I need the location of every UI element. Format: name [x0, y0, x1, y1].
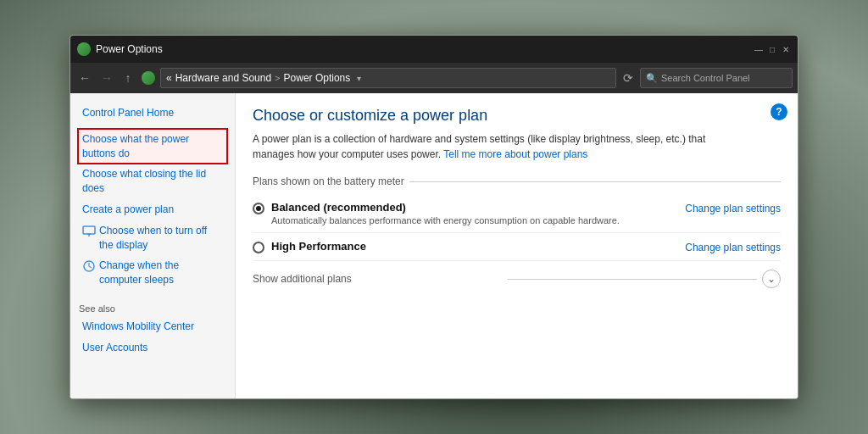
plan-balanced: Balanced (recommended) Automatically bal…	[253, 194, 781, 233]
plan-balanced-info: Balanced (recommended) Automatically bal…	[271, 201, 620, 225]
plan-high-performance-left: High Performance	[253, 240, 685, 253]
sidebar-item-mobility-center[interactable]: Windows Mobility Center	[79, 317, 226, 337]
breadcrumb-part1: Hardware and Sound	[175, 72, 271, 84]
plan-high-performance: High Performance Change plan settings	[253, 233, 781, 261]
show-additional-line	[508, 279, 758, 280]
forward-button[interactable]: →	[97, 70, 116, 86]
content-description: A power plan is a collection of hardware…	[253, 131, 710, 162]
address-icon	[142, 71, 155, 85]
close-button[interactable]: ✕	[781, 44, 791, 54]
show-additional-label: Show additional plans	[253, 273, 503, 285]
sidebar-item-choose-power-buttons[interactable]: Choose what the power buttons do	[79, 130, 226, 164]
breadcrumb-dropdown-icon[interactable]: ▾	[357, 74, 361, 83]
show-additional-plans: Show additional plans ⌄	[253, 261, 781, 297]
window-icon	[77, 42, 91, 56]
maximize-button[interactable]: □	[767, 44, 777, 54]
up-button[interactable]: ↑	[120, 70, 136, 86]
window-title: Power Options	[96, 43, 754, 55]
show-additional-chevron[interactable]: ⌄	[762, 270, 781, 288]
plans-section-label: Plans shown on the battery meter	[253, 175, 781, 187]
change-plan-balanced-link[interactable]: Change plan settings	[685, 203, 781, 214]
description-link[interactable]: Tell me more about power plans	[443, 148, 587, 160]
sidebar-item-choose-lid[interactable]: Choose what closing the lid does	[79, 164, 226, 198]
refresh-button[interactable]: ⟳	[620, 70, 637, 86]
radio-balanced-dot	[256, 206, 261, 211]
search-placeholder: Search Control Panel	[661, 73, 750, 83]
change-plan-high-performance-link[interactable]: Change plan settings	[685, 242, 781, 253]
svg-rect-0	[83, 226, 95, 234]
breadcrumb-bar[interactable]: « Hardware and Sound > Power Options ▾	[160, 68, 616, 88]
sidebar-links: Choose what the power buttons do Choose …	[79, 130, 226, 290]
sleep-icon	[82, 259, 96, 273]
sidebar: Control Panel Home Choose what the power…	[70, 93, 236, 398]
plan-balanced-desc: Automatically balances performance with …	[271, 215, 620, 225]
sidebar-item-user-accounts[interactable]: User Accounts	[79, 338, 226, 358]
sidebar-item-turn-off-display[interactable]: Choose when to turn off the display	[79, 221, 226, 255]
help-button[interactable]: ?	[771, 103, 787, 120]
title-bar: Power Options — □ ✕	[70, 36, 798, 63]
breadcrumb-separator: >	[275, 73, 280, 83]
plan-high-performance-info: High Performance	[271, 240, 366, 253]
page-title: Choose or customize a power plan	[253, 107, 781, 125]
title-bar-buttons: — □ ✕	[754, 44, 791, 54]
sidebar-control-panel-home[interactable]: Control Panel Home	[79, 103, 226, 123]
breadcrumb-prefix: «	[166, 72, 172, 84]
sidebar-see-also: See also Windows Mobility Center User Ac…	[79, 303, 226, 358]
radio-balanced[interactable]	[253, 203, 264, 214]
main-content: Control Panel Home Choose what the power…	[70, 93, 798, 398]
search-bar[interactable]: 🔍 Search Control Panel	[640, 68, 793, 88]
see-also-label: See also	[79, 303, 226, 314]
address-bar: ← → ↑ « Hardware and Sound > Power Optio…	[70, 63, 798, 93]
search-icon: 🔍	[646, 73, 658, 84]
sidebar-item-create-power-plan[interactable]: Create a power plan	[79, 200, 226, 220]
plan-high-performance-name: High Performance	[271, 240, 366, 253]
radio-high-performance[interactable]	[253, 242, 264, 253]
sidebar-item-computer-sleeps[interactable]: Change when the computer sleeps	[79, 256, 226, 290]
display-icon	[82, 225, 96, 238]
back-button[interactable]: ←	[75, 70, 94, 86]
plan-balanced-left: Balanced (recommended) Automatically bal…	[253, 201, 685, 225]
plan-balanced-name: Balanced (recommended)	[271, 201, 620, 214]
minimize-button[interactable]: —	[754, 44, 764, 54]
content-panel: ? Choose or customize a power plan A pow…	[236, 93, 798, 398]
power-options-window: Power Options — □ ✕ ← → ↑ « Hardware and…	[70, 35, 798, 399]
breadcrumb-part2: Power Options	[284, 72, 351, 84]
